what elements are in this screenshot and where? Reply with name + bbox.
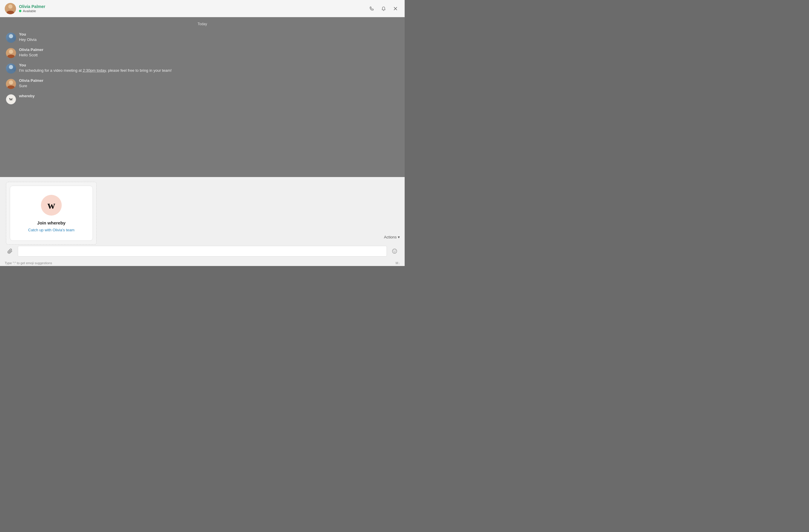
message-content: You I'm scheduling for a video meeting a…: [19, 63, 399, 73]
avatar: [6, 33, 16, 43]
message-group: You Hey Olivia: [0, 30, 404, 45]
contact-status: Available: [19, 9, 367, 13]
call-button[interactable]: [367, 4, 376, 13]
message-group: W whereby: [0, 91, 404, 107]
whereby-join-title: Join whereby: [37, 220, 66, 225]
message-sender: You: [19, 32, 399, 36]
actions-bar[interactable]: Actions ▾: [384, 235, 400, 239]
contact-name: Olivia Palmer: [19, 4, 367, 9]
chat-area: Today You Hey Olivia Olivia Palmer Hello…: [0, 17, 404, 266]
avatar: [6, 79, 16, 89]
chat-header: Olivia Palmer Available: [0, 0, 404, 17]
message-content: You Hey Olivia: [19, 32, 399, 42]
message-content: whereby: [19, 94, 399, 99]
whereby-avatar: W: [6, 94, 16, 104]
message-sender: Olivia Palmer: [19, 48, 399, 52]
close-button[interactable]: [391, 4, 400, 13]
message-text: Sure: [19, 83, 399, 89]
message-content: Olivia Palmer Hello Scott: [19, 48, 399, 58]
chevron-down-icon: ▾: [398, 235, 400, 239]
message-sender: whereby: [19, 94, 399, 98]
message-text: Hey Olivia: [19, 37, 399, 42]
message-group: Olivia Palmer Hello Scott: [0, 45, 404, 60]
whereby-join-link[interactable]: Catch up with Olivia's team: [28, 228, 74, 232]
message-group: You I'm scheduling for a video meeting a…: [0, 60, 404, 76]
status-dot: [19, 10, 21, 12]
avatar: [6, 64, 16, 73]
svg-point-0: [393, 249, 397, 253]
message-text: Hello Scott: [19, 53, 399, 58]
emoji-hint-text: Type ":" to get emoji suggestions: [5, 261, 52, 265]
header-info: Olivia Palmer Available: [19, 4, 367, 13]
status-label: Available: [23, 9, 36, 13]
whereby-logo: w: [41, 195, 62, 216]
markdown-label: M↓: [395, 261, 400, 265]
message-input[interactable]: [18, 246, 387, 256]
footer-hint: Type ":" to get emoji suggestions M↓: [0, 261, 404, 265]
whereby-message-area: w Join whereby Catch up with Olivia's te…: [0, 177, 404, 266]
message-sender: You: [19, 63, 399, 67]
notification-button[interactable]: [379, 4, 388, 13]
whereby-card-container: w Join whereby Catch up with Olivia's te…: [6, 182, 97, 245]
whereby-logo-letter: w: [48, 200, 55, 211]
message-sender: Olivia Palmer: [19, 78, 399, 83]
message-group: Olivia Palmer Sure: [0, 76, 404, 91]
attachment-button[interactable]: [5, 246, 15, 256]
whereby-card: w Join whereby Catch up with Olivia's te…: [10, 185, 93, 241]
emoji-button[interactable]: [389, 246, 400, 256]
avatar: [6, 48, 16, 58]
svg-point-1: [394, 251, 394, 251]
message-input-area: [0, 246, 404, 256]
header-actions: [367, 4, 400, 13]
svg-point-2: [395, 251, 396, 251]
time-link: 2:30pm today: [83, 68, 106, 73]
actions-label: Actions: [384, 235, 397, 239]
date-divider: Today: [0, 17, 404, 30]
message-text: I'm scheduling for a video meeting at 2:…: [19, 68, 399, 73]
avatar: [5, 3, 16, 14]
message-content: Olivia Palmer Sure: [19, 78, 399, 89]
